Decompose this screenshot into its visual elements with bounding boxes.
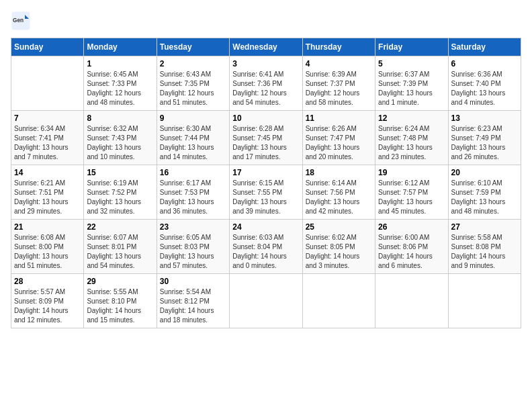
day-number: 21 <box>14 222 81 232</box>
day-info: Sunrise: 5:55 AM Sunset: 8:10 PM Dayligh… <box>87 287 153 325</box>
calendar-cell <box>302 274 375 328</box>
calendar-cell: 21Sunrise: 6:08 AM Sunset: 8:00 PM Dayli… <box>11 220 84 274</box>
day-info: Sunrise: 6:45 AM Sunset: 7:33 PM Dayligh… <box>87 70 153 107</box>
calendar-cell: 25Sunrise: 6:02 AM Sunset: 8:05 PM Dayli… <box>302 220 375 274</box>
day-info: Sunrise: 6:02 AM Sunset: 8:05 PM Dayligh… <box>306 233 372 271</box>
day-info: Sunrise: 6:43 AM Sunset: 7:35 PM Dayligh… <box>160 70 226 107</box>
day-number: 28 <box>14 277 81 286</box>
header-row: SundayMondayTuesdayWednesdayThursdayFrid… <box>11 38 521 56</box>
header-saturday: Saturday <box>448 38 521 56</box>
calendar-cell: 2Sunrise: 6:43 AM Sunset: 7:35 PM Daylig… <box>157 56 229 111</box>
calendar-table: SundayMondayTuesdayWednesdayThursdayFrid… <box>11 38 521 328</box>
calendar-cell <box>11 56 84 111</box>
svg-text:Gen: Gen <box>13 17 24 24</box>
day-number: 22 <box>87 222 153 232</box>
day-info: Sunrise: 6:08 AM Sunset: 8:00 PM Dayligh… <box>14 233 81 271</box>
calendar-cell <box>448 274 521 328</box>
day-number: 11 <box>306 113 372 123</box>
day-info: Sunrise: 5:57 AM Sunset: 8:09 PM Dayligh… <box>14 287 81 325</box>
calendar-cell: 20Sunrise: 6:10 AM Sunset: 7:59 PM Dayli… <box>448 165 521 220</box>
header-sunday: Sunday <box>11 38 84 56</box>
calendar-body: 1Sunrise: 6:45 AM Sunset: 7:33 PM Daylig… <box>11 56 521 328</box>
calendar-cell: 17Sunrise: 6:15 AM Sunset: 7:55 PM Dayli… <box>230 165 302 220</box>
calendar-cell: 7Sunrise: 6:34 AM Sunset: 7:41 PM Daylig… <box>11 111 84 165</box>
day-info: Sunrise: 6:00 AM Sunset: 8:06 PM Dayligh… <box>378 233 445 271</box>
day-number: 27 <box>451 222 518 232</box>
day-info: Sunrise: 6:41 AM Sunset: 7:36 PM Dayligh… <box>232 70 299 107</box>
day-info: Sunrise: 6:21 AM Sunset: 7:51 PM Dayligh… <box>14 179 81 216</box>
calendar-cell: 14Sunrise: 6:21 AM Sunset: 7:51 PM Dayli… <box>11 165 84 220</box>
day-info: Sunrise: 6:28 AM Sunset: 7:45 PM Dayligh… <box>232 124 299 162</box>
day-number: 4 <box>306 59 372 68</box>
week-row-0: 1Sunrise: 6:45 AM Sunset: 7:33 PM Daylig… <box>11 56 521 111</box>
calendar-cell: 12Sunrise: 6:24 AM Sunset: 7:48 PM Dayli… <box>375 111 448 165</box>
day-number: 1 <box>87 59 153 68</box>
calendar-header: SundayMondayTuesdayWednesdayThursdayFrid… <box>11 38 521 56</box>
week-row-4: 28Sunrise: 5:57 AM Sunset: 8:09 PM Dayli… <box>11 274 521 328</box>
day-info: Sunrise: 6:19 AM Sunset: 7:52 PM Dayligh… <box>87 179 153 216</box>
day-info: Sunrise: 6:34 AM Sunset: 7:41 PM Dayligh… <box>14 124 81 162</box>
calendar-cell: 8Sunrise: 6:32 AM Sunset: 7:43 PM Daylig… <box>84 111 157 165</box>
day-info: Sunrise: 6:10 AM Sunset: 7:59 PM Dayligh… <box>451 179 518 216</box>
day-number: 3 <box>232 59 299 68</box>
day-info: Sunrise: 6:23 AM Sunset: 7:49 PM Dayligh… <box>451 124 518 162</box>
header-tuesday: Tuesday <box>157 38 229 56</box>
calendar-cell: 23Sunrise: 6:05 AM Sunset: 8:03 PM Dayli… <box>157 220 229 274</box>
day-info: Sunrise: 6:37 AM Sunset: 7:39 PM Dayligh… <box>378 70 445 107</box>
day-number: 24 <box>232 222 299 232</box>
calendar-cell: 30Sunrise: 5:54 AM Sunset: 8:12 PM Dayli… <box>157 274 229 328</box>
day-number: 29 <box>87 277 153 286</box>
calendar-cell: 27Sunrise: 5:58 AM Sunset: 8:08 PM Dayli… <box>448 220 521 274</box>
week-row-2: 14Sunrise: 6:21 AM Sunset: 7:51 PM Dayli… <box>11 165 521 220</box>
day-info: Sunrise: 6:26 AM Sunset: 7:47 PM Dayligh… <box>306 124 372 162</box>
day-number: 26 <box>378 222 445 232</box>
day-number: 2 <box>160 59 226 68</box>
day-info: Sunrise: 6:05 AM Sunset: 8:03 PM Dayligh… <box>160 233 226 271</box>
day-info: Sunrise: 6:15 AM Sunset: 7:55 PM Dayligh… <box>232 179 299 216</box>
calendar-cell: 18Sunrise: 6:14 AM Sunset: 7:56 PM Dayli… <box>302 165 375 220</box>
day-info: Sunrise: 6:03 AM Sunset: 8:04 PM Dayligh… <box>232 233 299 271</box>
calendar-cell: 5Sunrise: 6:37 AM Sunset: 7:39 PM Daylig… <box>375 56 448 111</box>
day-info: Sunrise: 6:07 AM Sunset: 8:01 PM Dayligh… <box>87 233 153 271</box>
day-number: 10 <box>232 113 299 123</box>
day-number: 14 <box>14 168 81 177</box>
calendar-cell: 11Sunrise: 6:26 AM Sunset: 7:47 PM Dayli… <box>302 111 375 165</box>
week-row-1: 7Sunrise: 6:34 AM Sunset: 7:41 PM Daylig… <box>11 111 521 165</box>
day-number: 19 <box>378 168 445 177</box>
calendar-cell: 10Sunrise: 6:28 AM Sunset: 7:45 PM Dayli… <box>230 111 302 165</box>
logo: Gen <box>11 11 34 31</box>
header-monday: Monday <box>84 38 157 56</box>
calendar-cell: 3Sunrise: 6:41 AM Sunset: 7:36 PM Daylig… <box>230 56 302 111</box>
day-info: Sunrise: 6:30 AM Sunset: 7:44 PM Dayligh… <box>160 124 226 162</box>
calendar-cell: 4Sunrise: 6:39 AM Sunset: 7:37 PM Daylig… <box>302 56 375 111</box>
calendar-cell: 26Sunrise: 6:00 AM Sunset: 8:06 PM Dayli… <box>375 220 448 274</box>
calendar-cell: 1Sunrise: 6:45 AM Sunset: 7:33 PM Daylig… <box>84 56 157 111</box>
day-number: 8 <box>87 113 153 123</box>
day-number: 12 <box>378 113 445 123</box>
calendar-cell <box>230 274 302 328</box>
logo-icon: Gen <box>11 11 31 31</box>
calendar-cell: 24Sunrise: 6:03 AM Sunset: 8:04 PM Dayli… <box>230 220 302 274</box>
day-info: Sunrise: 6:12 AM Sunset: 7:57 PM Dayligh… <box>378 179 445 216</box>
header-friday: Friday <box>375 38 448 56</box>
calendar-cell: 9Sunrise: 6:30 AM Sunset: 7:44 PM Daylig… <box>157 111 229 165</box>
day-number: 18 <box>306 168 372 177</box>
day-number: 16 <box>160 168 226 177</box>
day-info: Sunrise: 6:24 AM Sunset: 7:48 PM Dayligh… <box>378 124 445 162</box>
calendar-cell <box>375 274 448 328</box>
header: Gen <box>11 11 521 31</box>
day-number: 20 <box>451 168 518 177</box>
calendar-cell: 13Sunrise: 6:23 AM Sunset: 7:49 PM Dayli… <box>448 111 521 165</box>
day-number: 6 <box>451 59 518 68</box>
day-number: 15 <box>87 168 153 177</box>
calendar-cell: 15Sunrise: 6:19 AM Sunset: 7:52 PM Dayli… <box>84 165 157 220</box>
calendar-cell: 19Sunrise: 6:12 AM Sunset: 7:57 PM Dayli… <box>375 165 448 220</box>
day-info: Sunrise: 5:58 AM Sunset: 8:08 PM Dayligh… <box>451 233 518 271</box>
day-info: Sunrise: 5:54 AM Sunset: 8:12 PM Dayligh… <box>160 287 226 325</box>
day-number: 17 <box>232 168 299 177</box>
header-thursday: Thursday <box>302 38 375 56</box>
day-number: 7 <box>14 113 81 123</box>
day-info: Sunrise: 6:14 AM Sunset: 7:56 PM Dayligh… <box>306 179 372 216</box>
day-info: Sunrise: 6:36 AM Sunset: 7:40 PM Dayligh… <box>451 70 518 107</box>
day-info: Sunrise: 6:39 AM Sunset: 7:37 PM Dayligh… <box>306 70 372 107</box>
